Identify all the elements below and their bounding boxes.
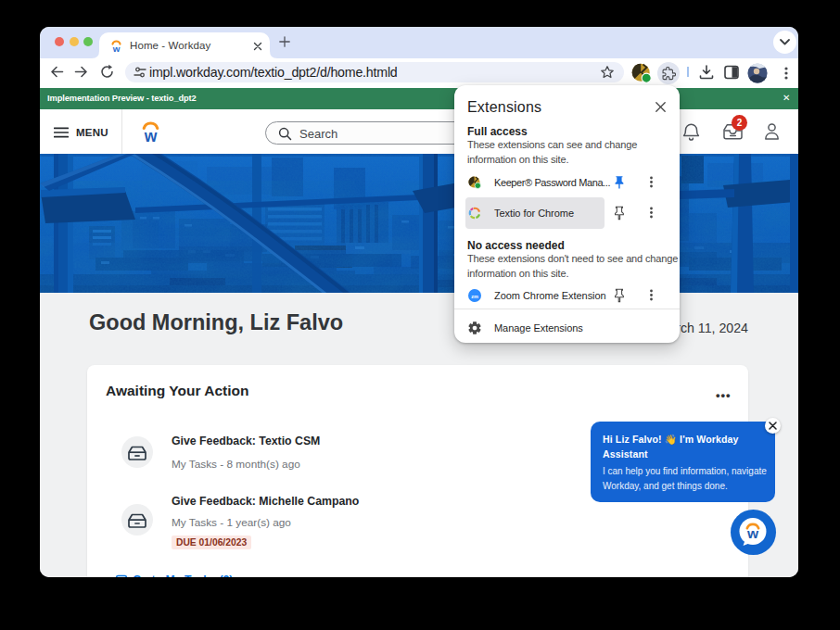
svg-text:zm: zm: [471, 294, 478, 299]
svg-text:w: w: [144, 127, 158, 143]
svg-text:w: w: [746, 525, 759, 541]
svg-text:w: w: [112, 44, 121, 53]
